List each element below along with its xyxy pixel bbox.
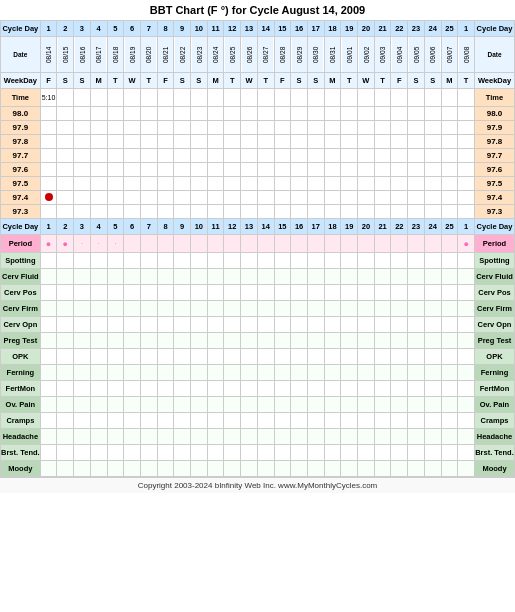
t979-c7: [140, 121, 157, 135]
t979-c14: [257, 121, 274, 135]
cr-c12: [224, 413, 241, 429]
t977-c24: [424, 149, 441, 163]
fm-c1: [40, 381, 57, 397]
bcd-24: 24: [424, 219, 441, 235]
t975-c13: [241, 177, 258, 191]
t976-c21: [374, 163, 391, 177]
temp-979-row: 97.9 97.9: [1, 121, 515, 135]
mo-c5: [107, 461, 124, 477]
cp-c7: [140, 285, 157, 301]
cd-6: 6: [124, 21, 141, 37]
temp-979-label-right: 97.9: [474, 121, 514, 135]
pt-c3: [74, 333, 91, 349]
ha-c11: [207, 429, 224, 445]
date-22: 09/04: [391, 37, 408, 73]
pt-c23: [408, 333, 425, 349]
cd-7: 7: [140, 21, 157, 37]
t973-c14: [257, 205, 274, 219]
cr-c16: [291, 413, 308, 429]
t975-c10: [191, 177, 208, 191]
t98-c24: [424, 107, 441, 121]
bcd-7: 7: [140, 219, 157, 235]
bcd-2: 2: [57, 219, 74, 235]
sp-c6: [124, 253, 141, 269]
t977-c11: [207, 149, 224, 163]
cerv-fluid-row: Cerv Fluid Cerv Fluid: [1, 269, 515, 285]
pt-c8: [157, 333, 174, 349]
sp-c23: [408, 253, 425, 269]
temp-976-row: 97.6 97.6: [1, 163, 515, 177]
ha-c3: [74, 429, 91, 445]
cp-c1: [40, 285, 57, 301]
cycle-day-bottom-row: Cycle Day 123456789101112131415161718192…: [1, 219, 515, 235]
bcd-13: 13: [241, 219, 258, 235]
cf-c17: [307, 269, 324, 285]
fm-c7: [140, 381, 157, 397]
fertmon-label: FertMon: [1, 381, 41, 397]
period-label: Period: [1, 235, 41, 253]
t976-c26: [458, 163, 475, 177]
time-c9: [174, 89, 191, 107]
cr-c17: [307, 413, 324, 429]
pt-c17: [307, 333, 324, 349]
preg-test-label: Preg Test: [1, 333, 41, 349]
cfm-c11: [207, 301, 224, 317]
cd-11: 11: [207, 21, 224, 37]
t98-c15: [274, 107, 291, 121]
t978-c9: [174, 135, 191, 149]
t98-c5: [107, 107, 124, 121]
sp-c24: [424, 253, 441, 269]
period-c14: [257, 235, 274, 253]
cerv-opn-label-right: Cerv Opn: [474, 317, 514, 333]
fm-c11: [207, 381, 224, 397]
bt-c11: [207, 445, 224, 461]
temp-977-label: 97.7: [1, 149, 41, 163]
op-c1: [40, 397, 57, 413]
cd-12: 12: [224, 21, 241, 37]
period-c13: [241, 235, 258, 253]
mo-c26: [458, 461, 475, 477]
t978-c18: [324, 135, 341, 149]
temp-977-row: 97.7 97.7: [1, 149, 515, 163]
t98-c2: [57, 107, 74, 121]
op-c14: [257, 397, 274, 413]
moody-row: Moody Moody: [1, 461, 515, 477]
t98-c19: [341, 107, 358, 121]
cramps-label: Cramps: [1, 413, 41, 429]
pt-c1: [40, 333, 57, 349]
period-c8: [157, 235, 174, 253]
t973-c25: [441, 205, 458, 219]
op-c13: [241, 397, 258, 413]
date-15: 08/28: [274, 37, 291, 73]
cd-14: 14: [257, 21, 274, 37]
cf-c18: [324, 269, 341, 285]
t977-c4: [90, 149, 107, 163]
t98-c9: [174, 107, 191, 121]
bcd-11: 11: [207, 219, 224, 235]
cd-18: 18: [324, 21, 341, 37]
t978-c19: [341, 135, 358, 149]
t979-c20: [358, 121, 375, 135]
cd-26: 1: [458, 21, 475, 37]
bcd-17: 17: [307, 219, 324, 235]
time-c23: [408, 89, 425, 107]
op-c21: [374, 397, 391, 413]
sp-c16: [291, 253, 308, 269]
preg-test-label-right: Preg Test: [474, 333, 514, 349]
t975-c17: [307, 177, 324, 191]
cerv-pos-row: Cerv Pos Cerv Pos: [1, 285, 515, 301]
t976-c13: [241, 163, 258, 177]
ha-c24: [424, 429, 441, 445]
mo-c13: [241, 461, 258, 477]
t973-c16: [291, 205, 308, 219]
fm-c12: [224, 381, 241, 397]
sp-c11: [207, 253, 224, 269]
bt-c16: [291, 445, 308, 461]
cfm-c3: [74, 301, 91, 317]
period-c2: ●: [57, 235, 74, 253]
mo-c10: [191, 461, 208, 477]
cerv-fluid-label: Cerv Fluid: [1, 269, 41, 285]
fe-c22: [391, 365, 408, 381]
cf-c22: [391, 269, 408, 285]
opk-c10: [191, 349, 208, 365]
